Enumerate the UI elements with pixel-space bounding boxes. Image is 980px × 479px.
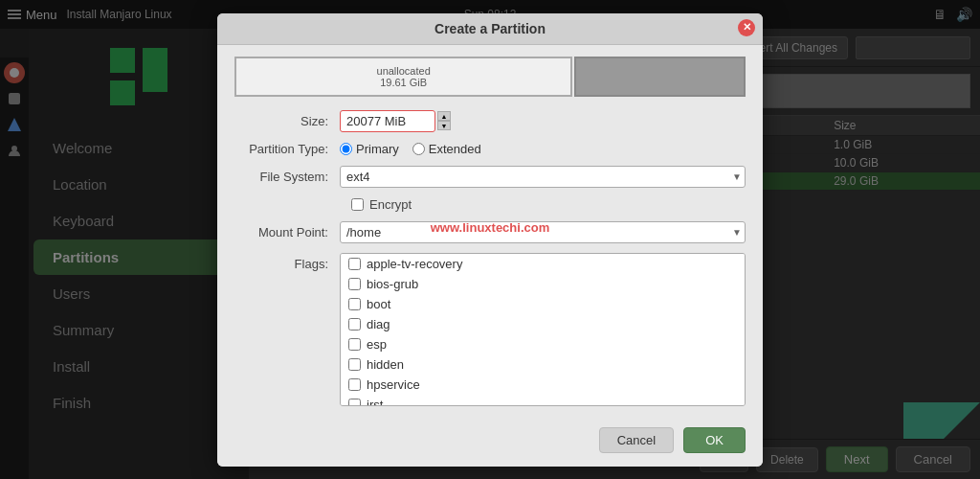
modal-bar-used (574, 57, 746, 97)
flag-diag-checkbox[interactable] (348, 318, 361, 331)
mount-point-label: Mount Point: (234, 225, 340, 240)
flags-label: Flags: (234, 253, 340, 406)
partition-type-label: Partition Type: (234, 142, 340, 156)
modal-cancel-button[interactable]: Cancel (599, 427, 674, 453)
modal-unalloc-size: 19.61 GiB (380, 77, 427, 88)
filesystem-select[interactable]: ext4 ext3 ext2 btrfs fat32 ntfs swap xfs (340, 166, 746, 188)
mount-point-select[interactable]: /home / /boot /var /tmp swap (340, 221, 746, 243)
filesystem-row: File System: ext4 ext3 ext2 btrfs fat32 … (234, 166, 746, 188)
modal-footer: Cancel OK (217, 418, 763, 467)
modal-unalloc-label: unallocated (377, 65, 431, 77)
partition-type-group: Primary Extended (340, 142, 481, 156)
modal-header: Create a Partition ✕ (217, 13, 763, 45)
create-partition-dialog: Create a Partition ✕ unallocated 19.61 G… (217, 13, 763, 467)
radio-primary[interactable]: Primary (340, 142, 399, 156)
radio-primary-input[interactable] (340, 143, 352, 155)
radio-extended-input[interactable] (412, 143, 425, 155)
mount-point-row: Mount Point: /home / /boot /var /tmp swa… (234, 221, 746, 243)
filesystem-label: File System: (234, 170, 340, 184)
flag-hpservice-label: hpservice (367, 377, 420, 392)
flag-apple-tv-recovery-label: apple-tv-recovery (367, 257, 462, 271)
flag-hidden[interactable]: hidden (341, 354, 745, 375)
size-input[interactable] (340, 110, 435, 132)
flag-diag-label: diag (367, 317, 390, 331)
flag-irst-checkbox[interactable] (348, 399, 361, 406)
radio-extended[interactable]: Extended (412, 142, 481, 156)
flag-esp[interactable]: esp (341, 334, 745, 354)
radio-extended-label: Extended (429, 142, 481, 156)
size-spinners: ▲ ▼ (437, 111, 451, 130)
modal-ok-button[interactable]: OK (683, 427, 746, 453)
flag-bios-grub[interactable]: bios-grub (341, 274, 745, 294)
flags-area: Flags: apple-tv-recovery bios-grub boot (234, 253, 746, 406)
modal-partition-preview: unallocated 19.61 GiB (234, 57, 746, 97)
flag-apple-tv-recovery[interactable]: apple-tv-recovery (341, 254, 745, 274)
flag-bios-grub-checkbox[interactable] (348, 278, 361, 290)
flag-irst-label: irst (367, 398, 383, 406)
encrypt-row: Encrypt (234, 197, 746, 212)
size-down-button[interactable]: ▼ (437, 121, 451, 130)
encrypt-checkbox[interactable] (351, 198, 364, 211)
modal-bar-unallocated: unallocated 19.61 GiB (234, 57, 572, 97)
size-row: Size: ▲ ▼ (234, 110, 746, 132)
flag-hidden-label: hidden (367, 357, 404, 372)
flag-esp-label: esp (367, 337, 387, 352)
partition-type-row: Partition Type: Primary Extended (234, 142, 746, 156)
modal-close-button[interactable]: ✕ (738, 19, 755, 36)
mount-point-select-wrapper: /home / /boot /var /tmp swap ▼ (340, 221, 746, 243)
encrypt-label: Encrypt (369, 197, 412, 212)
flag-irst[interactable]: irst (341, 395, 745, 406)
size-up-button[interactable]: ▲ (437, 111, 451, 121)
flag-esp-checkbox[interactable] (348, 338, 361, 351)
flag-boot-label: boot (367, 297, 390, 311)
flag-boot-checkbox[interactable] (348, 298, 361, 310)
flag-hidden-checkbox[interactable] (348, 358, 361, 371)
modal-body: unallocated 19.61 GiB Size: ▲ ▼ Partitio… (217, 45, 763, 418)
modal-title: Create a Partition (434, 21, 546, 36)
flag-diag[interactable]: diag (341, 314, 745, 334)
flags-list: apple-tv-recovery bios-grub boot diag (340, 253, 746, 406)
flag-bios-grub-label: bios-grub (367, 277, 418, 291)
flag-boot[interactable]: boot (341, 294, 745, 314)
filesystem-select-wrapper: ext4 ext3 ext2 btrfs fat32 ntfs swap xfs… (340, 166, 746, 188)
modal-overlay: Create a Partition ✕ unallocated 19.61 G… (0, 0, 980, 479)
flag-hpservice[interactable]: hpservice (341, 375, 745, 395)
flag-hpservice-checkbox[interactable] (348, 378, 361, 391)
radio-primary-label: Primary (356, 142, 399, 156)
flag-apple-tv-recovery-checkbox[interactable] (348, 258, 361, 270)
size-label: Size: (234, 114, 340, 128)
